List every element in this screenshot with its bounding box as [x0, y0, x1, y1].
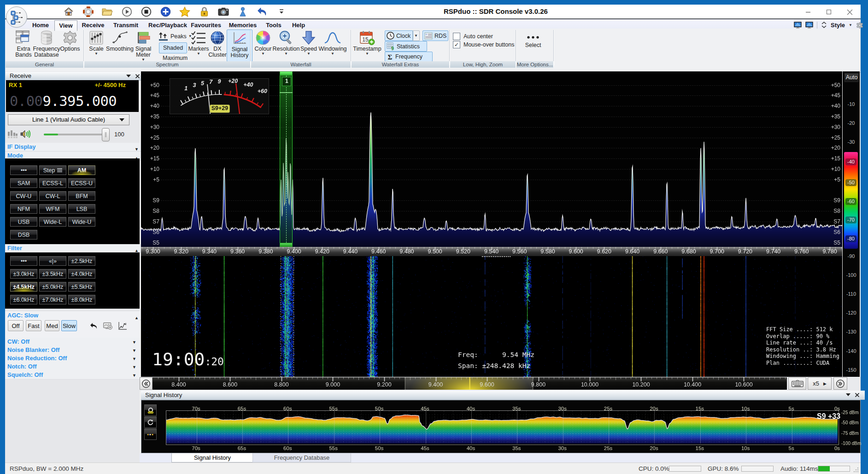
filter-button-5.5khz[interactable]: ±5.5kHz: [68, 282, 95, 292]
mode-button-ecssl[interactable]: ECSS-L: [39, 178, 66, 188]
speaker-icon[interactable]: [20, 129, 31, 139]
section-noise-reduction[interactable]: Noise Reduction: Off▼: [5, 354, 140, 363]
panel-close-icon[interactable]: [855, 393, 859, 397]
mode-button-ecssu[interactable]: ECSS-U: [68, 178, 95, 188]
scroll-left-button[interactable]: [140, 377, 152, 390]
waterfall-display[interactable]: 19:00:20 Freq: 9.54 MHzSpan: ±248.428 kH…: [141, 256, 842, 377]
mode-button-lsb[interactable]: LSB: [68, 204, 95, 214]
palette-gradient-bar[interactable]: -40-50-60-70-80: [844, 152, 858, 249]
close-button[interactable]: [843, 8, 856, 16]
mode-button-widel[interactable]: Wide-L: [39, 217, 66, 227]
palette-auto-button[interactable]: Auto: [845, 73, 859, 82]
history-options-button[interactable]: •••: [144, 428, 157, 440]
screenshot-icon[interactable]: [218, 6, 229, 17]
home-icon[interactable]: [63, 6, 74, 17]
section-collapse-icon[interactable]: ▼: [132, 348, 136, 353]
style-dropdown-arrow[interactable]: ▼: [849, 23, 852, 27]
agc-button-med[interactable]: Med: [45, 320, 59, 331]
mode-button-usb[interactable]: USB: [10, 217, 37, 227]
agc-chart-icon[interactable]: [118, 322, 127, 330]
open-icon[interactable]: [102, 6, 113, 17]
panel-collapse-icon[interactable]: [126, 75, 131, 78]
mode-button-wideu[interactable]: Wide-U: [68, 217, 95, 227]
resize-grip[interactable]: [853, 467, 859, 473]
filter-button-7.0khz[interactable]: ±7.0kHz: [39, 295, 66, 304]
volume-slider-handle[interactable]: [102, 128, 110, 141]
bottom-tab-signal-history[interactable]: Signal History: [171, 453, 253, 462]
section-collapse-icon[interactable]: ▼: [132, 373, 136, 378]
customize-toolbar-icon[interactable]: [276, 6, 287, 17]
style-button[interactable]: Style: [831, 22, 845, 29]
tuning-band-level-line[interactable]: [280, 92, 293, 93]
section-collapse-icon[interactable]: ▼: [132, 357, 136, 361]
history-refresh-button[interactable]: [144, 416, 157, 428]
mode-button-dsb[interactable]: DSB: [10, 230, 37, 240]
zoom-x5-button[interactable]: x5▶: [808, 377, 832, 390]
mode-button-step[interactable]: Step: [39, 165, 66, 175]
mouse-over-buttons-checkbox-row[interactable]: ✓Mouse-over buttons: [453, 41, 514, 48]
filter-button-3.5khz[interactable]: ±3.5kHz: [39, 269, 66, 279]
section-agc[interactable]: AGC: Slow ▲: [5, 311, 142, 320]
undo-icon[interactable]: [257, 6, 268, 17]
section-collapse-icon[interactable]: ▼: [132, 340, 136, 345]
mode-button-more[interactable]: •••: [10, 165, 37, 175]
filter-button-2.5khz[interactable]: ±2.5kHz: [68, 256, 95, 266]
lock-icon[interactable]: [199, 6, 210, 17]
filter-button-5.0khz[interactable]: ±5.0kHz: [39, 282, 66, 292]
play-icon[interactable]: [121, 6, 132, 17]
tuning-band-bottom-cap[interactable]: [280, 243, 293, 247]
section-noise-blanker[interactable]: Noise Blanker: Off▼: [5, 346, 140, 355]
bottom-tab-frequency-database[interactable]: Frequency Database: [252, 453, 351, 462]
minimize-button[interactable]: [801, 8, 815, 16]
settings-gear-icon[interactable]: [856, 22, 863, 29]
agc-undo-icon[interactable]: [89, 322, 99, 330]
mode-button-bfm[interactable]: BFM: [68, 191, 95, 201]
signal-history-graph[interactable]: [166, 410, 839, 445]
favourite-icon[interactable]: [179, 6, 190, 17]
collapse-ribbon-icon[interactable]: [821, 21, 827, 29]
scroll-right-button[interactable]: [833, 377, 847, 390]
agc-button-slow[interactable]: Slow: [61, 320, 77, 331]
agc-button-off[interactable]: Off: [8, 320, 23, 331]
section-if-display[interactable]: IF Display ▼: [5, 143, 142, 152]
help-icon[interactable]: [82, 6, 94, 17]
filter-button-3.0khz[interactable]: ±3.0kHz: [10, 269, 37, 279]
filter-button-4.5khz[interactable]: ±4.5kHz: [10, 282, 37, 292]
frequency-digits[interactable]: 0.009.395.000: [10, 93, 117, 109]
tuning-band-top-cap[interactable]: [280, 71, 293, 76]
section-filter[interactable]: Filter ▲: [5, 244, 142, 253]
stop-icon[interactable]: [141, 6, 152, 17]
ribbon-rds-button[interactable]: RDS: [422, 30, 448, 41]
agc-button-fast[interactable]: Fast: [26, 320, 41, 331]
audio-device-select[interactable]: Line 1 (Virtual Audio Cable): [8, 114, 129, 125]
ribbon-timestamp-button[interactable]: 15Timestamp▼: [352, 29, 382, 61]
scrollbar-track[interactable]: 8.4008.6008.8009.0009.2009.4009.6009.800…: [152, 377, 787, 390]
frequency-display[interactable]: RX 1 +/- 4500 Hz 0.009.395.000: [6, 80, 139, 112]
auto-center-checkbox-row[interactable]: Auto center: [453, 33, 493, 40]
signal-history-header[interactable]: Signal History: [141, 391, 865, 400]
clock-dropdown-button[interactable]: ▼: [412, 30, 420, 41]
ribbon-select-button[interactable]: Select: [518, 32, 548, 55]
monitor-2-icon[interactable]: [805, 22, 813, 29]
filter-button-variable[interactable]: «|»: [39, 256, 66, 266]
ribbon-windowing-button[interactable]: Windowing▼: [317, 29, 348, 61]
equalizer-icon[interactable]: [8, 130, 18, 139]
section-collapse-icon[interactable]: ▼: [132, 365, 136, 369]
volume-slider-track[interactable]: [44, 134, 109, 135]
auto-center-checkbox[interactable]: [453, 33, 460, 40]
application-menu-button[interactable]: [6, 6, 27, 28]
monitor-1-icon[interactable]: [794, 22, 802, 29]
maximize-button[interactable]: [822, 8, 836, 16]
spectrum-frequency-axis[interactable]: 9.3009.3209.3409.3609.3809.4009.4209.440…: [141, 247, 842, 256]
tab-view[interactable]: View: [54, 20, 77, 31]
ribbon-frequency-button[interactable]: ΣFrequency: [385, 52, 433, 62]
mode-button-cwl[interactable]: CW-L: [39, 191, 66, 201]
marker-1-badge[interactable]: 1: [282, 77, 291, 86]
ribbon-signal-meter-button[interactable]: SignalMeter▼: [128, 29, 158, 61]
spectrum-display[interactable]: +50+50+45+45+40+40+35+35+30+30+25+25+20+…: [141, 71, 842, 247]
receive-panel-header[interactable]: Receive: [6, 72, 143, 81]
ribbon-shaded-button[interactable]: Shaded: [159, 42, 187, 53]
filter-button-6.0khz[interactable]: ±6.0kHz: [10, 295, 37, 304]
mouse-over-buttons-checkbox[interactable]: ✓: [453, 41, 460, 48]
identity-icon[interactable]: [237, 6, 248, 17]
